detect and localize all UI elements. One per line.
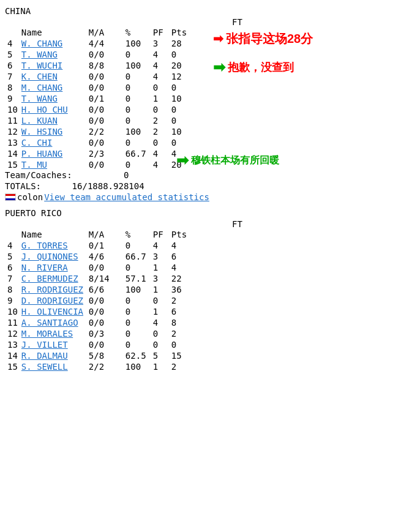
- player-name[interactable]: L. KUAN: [19, 115, 86, 126]
- player-pf: 4: [151, 71, 169, 82]
- player-pts: 10: [169, 93, 189, 104]
- pr-col-name: Name: [19, 229, 86, 240]
- player-link[interactable]: G. TORRES: [21, 241, 68, 250]
- player-num: 4: [5, 240, 19, 251]
- view-stats-link[interactable]: View team accumulated statistics: [44, 192, 209, 202]
- player-name[interactable]: R. RODRIGUEZ: [19, 284, 86, 295]
- player-link[interactable]: T. WANG: [21, 50, 58, 59]
- player-pct: 0: [123, 328, 151, 339]
- player-name[interactable]: D. RODRIGUEZ: [19, 295, 86, 306]
- player-link[interactable]: S. SEWELL: [21, 362, 68, 372]
- player-link[interactable]: H. OLIVENCIA: [21, 307, 83, 317]
- player-link[interactable]: J. VILLET: [21, 340, 68, 350]
- player-name[interactable]: M. MORALES: [19, 328, 86, 339]
- player-link[interactable]: M. CHANG: [21, 83, 62, 92]
- player-link[interactable]: P. HUANG: [21, 149, 62, 159]
- player-pf: 4: [151, 240, 169, 251]
- player-pts: 6: [169, 251, 189, 262]
- player-name[interactable]: C. CHI: [19, 137, 86, 148]
- player-link[interactable]: R. DALMAU: [21, 351, 68, 361]
- pr-stats-table: Name M/A % PF Pts 4 G. TORRES 0/1 0 4 4 …: [5, 229, 189, 372]
- player-link[interactable]: W. CHANG: [21, 39, 62, 48]
- col-pct: %: [123, 27, 151, 38]
- player-num: 8: [5, 284, 19, 295]
- player-name[interactable]: T. WANG: [19, 93, 86, 104]
- player-ma: 0/0: [86, 137, 123, 148]
- player-link[interactable]: L. KUAN: [21, 116, 58, 126]
- player-name[interactable]: K. CHEN: [19, 71, 86, 82]
- player-link[interactable]: C. BERMUDEZ: [21, 274, 78, 283]
- player-name[interactable]: A. SANTIAGO: [19, 317, 86, 328]
- player-pts: 36: [169, 284, 189, 295]
- player-link[interactable]: T. MU: [21, 160, 47, 170]
- player-link[interactable]: A. SANTIAGO: [21, 318, 78, 328]
- player-num: 15: [5, 159, 19, 170]
- player-link[interactable]: N. RIVERA: [21, 263, 68, 272]
- player-link[interactable]: H. HO CHU: [21, 105, 68, 114]
- player-name[interactable]: W. HSING: [19, 126, 86, 137]
- player-name[interactable]: C. BERMUDEZ: [19, 273, 86, 284]
- player-pf: 3: [151, 38, 169, 49]
- annotation-mu: ➡穆铁柱本场有所回暖: [176, 152, 279, 169]
- player-name[interactable]: H. OLIVENCIA: [19, 306, 86, 317]
- player-link[interactable]: W. HSING: [21, 127, 62, 137]
- pr-ft-label: FT: [78, 219, 396, 229]
- player-name[interactable]: G. TORRES: [19, 240, 86, 251]
- player-link[interactable]: D. RODRIGUEZ: [21, 296, 83, 305]
- player-num: 9: [5, 295, 19, 306]
- player-ma: 2/3: [86, 148, 123, 159]
- player-link[interactable]: M. MORALES: [21, 329, 73, 339]
- arrow-right-icon-2: ➡: [213, 59, 225, 76]
- china-title: CHINA: [5, 6, 396, 16]
- arrow-right-icon-3: ➡: [176, 152, 189, 169]
- table-row: 9 D. RODRIGUEZ 0/0 0 0 2: [5, 295, 189, 306]
- player-link[interactable]: R. RODRIGUEZ: [21, 285, 83, 294]
- pr-col-pf: PF: [151, 229, 169, 240]
- player-name[interactable]: H. HO CHU: [19, 104, 86, 115]
- player-ma: 0/0: [86, 71, 123, 82]
- player-name[interactable]: J. VILLET: [19, 339, 86, 350]
- player-name[interactable]: S. SEWELL: [19, 361, 86, 372]
- player-pct: 0: [123, 71, 151, 82]
- player-link[interactable]: J. QUINONES: [21, 252, 78, 261]
- china-ft-label: FT: [78, 17, 396, 27]
- player-name[interactable]: R. DALMAU: [19, 350, 86, 361]
- player-pct: 0: [123, 115, 151, 126]
- player-name[interactable]: T. MU: [19, 159, 86, 170]
- player-name[interactable]: N. RIVERA: [19, 262, 86, 273]
- player-num: 7: [5, 273, 19, 284]
- player-ma: 8/14: [86, 273, 123, 284]
- player-num: 10: [5, 306, 19, 317]
- player-link[interactable]: C. CHI: [21, 138, 53, 148]
- player-link[interactable]: K. CHEN: [21, 72, 58, 81]
- player-name[interactable]: T. WUCHI: [19, 60, 86, 71]
- player-pct: 0: [123, 306, 151, 317]
- player-name[interactable]: J. QUINONES: [19, 251, 86, 262]
- table-row: 7 K. CHEN 0/0 0 4 12: [5, 71, 189, 82]
- player-pct: 0: [123, 159, 151, 170]
- player-link[interactable]: T. WUCHI: [21, 61, 62, 70]
- player-num: 10: [5, 104, 19, 115]
- player-name[interactable]: P. HUANG: [19, 148, 86, 159]
- player-name[interactable]: M. CHANG: [19, 82, 86, 93]
- player-num: 6: [5, 60, 19, 71]
- table-row: 13 C. CHI 0/0 0 0 0: [5, 137, 189, 148]
- annotation-zhang: ➡张指导这场28分: [213, 31, 313, 47]
- player-num: 12: [5, 126, 19, 137]
- player-pts: 8: [169, 317, 189, 328]
- player-link[interactable]: T. WANG: [21, 94, 58, 103]
- player-num: 11: [5, 115, 19, 126]
- player-pts: 0: [169, 115, 189, 126]
- player-pf: 0: [151, 82, 169, 93]
- player-num: 4: [5, 38, 19, 49]
- player-pts: 22: [169, 273, 189, 284]
- player-name[interactable]: T. WANG: [19, 49, 86, 60]
- player-num: 6: [5, 262, 19, 273]
- player-pct: 0: [123, 137, 151, 148]
- player-pts: 4: [169, 240, 189, 251]
- table-row: 7 C. BERMUDEZ 8/14 57.1 3 22: [5, 273, 189, 284]
- table-row: 14 P. HUANG 2/3 66.7 4 4: [5, 148, 189, 159]
- player-name[interactable]: W. CHANG: [19, 38, 86, 49]
- player-pts: 0: [169, 104, 189, 115]
- player-num: 5: [5, 49, 19, 60]
